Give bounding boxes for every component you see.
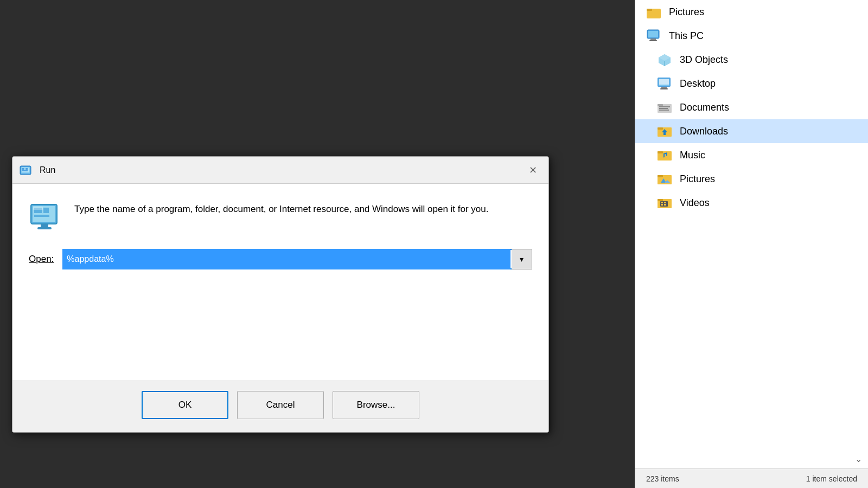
explorer-item-3d-objects-label: 3D Objects xyxy=(680,54,728,66)
ok-button[interactable]: OK xyxy=(142,391,228,419)
dialog-close-button[interactable]: ✕ xyxy=(524,161,542,179)
explorer-item-pictures[interactable]: Pictures xyxy=(635,167,868,191)
svg-rect-48 xyxy=(37,227,52,229)
folder-videos-icon xyxy=(657,195,672,210)
svg-rect-40 xyxy=(25,168,28,170)
open-input-field[interactable] xyxy=(62,249,532,269)
folder-music-icon xyxy=(657,147,672,163)
svg-rect-17 xyxy=(659,108,668,109)
explorer-item-pictures-top-label: Pictures xyxy=(669,7,704,18)
svg-rect-39 xyxy=(22,168,24,170)
open-input-wrapper: ▾ %appdata% xyxy=(62,249,532,269)
scroll-down-indicator[interactable]: ⌄ xyxy=(853,453,864,464)
svg-rect-3 xyxy=(648,31,658,37)
explorer-item-downloads-label: Downloads xyxy=(680,126,728,137)
open-label: Open: xyxy=(29,254,54,265)
svg-rect-13 xyxy=(659,79,669,85)
browse-button[interactable]: Browse... xyxy=(333,391,419,419)
svg-rect-1 xyxy=(647,9,652,11)
svg-rect-49 xyxy=(33,207,43,210)
selected-count: 1 item selected xyxy=(806,474,857,483)
dialog-title-text: Run xyxy=(40,165,524,175)
cancel-button[interactable]: Cancel xyxy=(237,391,324,419)
run-icon-large xyxy=(29,200,61,233)
svg-rect-15 xyxy=(658,104,663,106)
svg-rect-25 xyxy=(658,175,663,177)
svg-point-28 xyxy=(667,177,669,179)
svg-rect-46 xyxy=(34,215,49,217)
folder-pictures-icon xyxy=(657,171,672,187)
svg-rect-20 xyxy=(658,127,663,130)
explorer-item-documents-label: Documents xyxy=(680,102,729,113)
explorer-item-downloads[interactable]: Downloads xyxy=(635,119,868,143)
item-count: 223 items xyxy=(646,474,679,483)
file-explorer-content: Pictures This PC xyxy=(635,0,868,468)
svg-rect-34 xyxy=(661,204,663,206)
svg-rect-12 xyxy=(660,88,668,89)
explorer-item-desktop-label: Desktop xyxy=(680,78,716,89)
explorer-item-videos-label: Videos xyxy=(680,197,710,209)
this-pc-icon xyxy=(646,28,661,43)
svg-rect-11 xyxy=(661,87,667,88)
explorer-item-music-label: Music xyxy=(680,150,705,161)
dialog-titlebar: Run ✕ xyxy=(12,157,548,184)
svg-rect-45 xyxy=(43,208,49,213)
explorer-item-this-pc-label: This PC xyxy=(669,30,704,42)
svg-rect-16 xyxy=(659,106,670,107)
explorer-item-pictures-label: Pictures xyxy=(680,174,715,185)
run-dialog: Run ✕ xyxy=(12,156,549,433)
explorer-item-this-pc[interactable]: This PC xyxy=(635,24,868,48)
folder-documents-icon xyxy=(657,100,672,115)
svg-rect-5 xyxy=(649,40,657,41)
svg-rect-18 xyxy=(659,110,669,111)
file-explorer-panel: Pictures This PC xyxy=(635,0,868,488)
folder-downloads-icon xyxy=(657,124,672,139)
dialog-body: Type the name of a program, folder, docu… xyxy=(12,184,548,380)
svg-rect-4 xyxy=(650,38,656,40)
dialog-description-row: Type the name of a program, folder, docu… xyxy=(29,200,532,233)
svg-rect-30 xyxy=(658,199,663,201)
explorer-item-videos[interactable]: Videos xyxy=(635,191,868,215)
svg-rect-47 xyxy=(41,224,48,227)
explorer-item-pictures-top[interactable]: Pictures xyxy=(635,0,868,24)
folder-desktop-icon xyxy=(657,76,672,91)
svg-rect-41 xyxy=(22,170,28,171)
open-row: Open: ▾ %appdata% xyxy=(29,249,532,269)
dialog-description-text: Type the name of a program, folder, docu… xyxy=(74,200,489,216)
folder-pictures-top-icon xyxy=(646,4,661,20)
explorer-item-music[interactable]: Music xyxy=(635,143,868,167)
dialog-footer: OK Cancel Browse... xyxy=(12,380,548,432)
run-dialog-icon xyxy=(19,163,34,178)
explorer-item-desktop[interactable]: Desktop xyxy=(635,72,868,95)
svg-rect-35 xyxy=(664,204,666,206)
explorer-status-bar: 223 items 1 item selected xyxy=(635,468,868,488)
svg-rect-32 xyxy=(661,202,663,203)
folder-3d-icon xyxy=(657,52,672,67)
explorer-item-3d-objects[interactable]: 3D Objects xyxy=(635,48,868,72)
open-dropdown-button[interactable]: ▾ xyxy=(512,249,532,269)
svg-rect-33 xyxy=(664,202,666,203)
explorer-item-documents[interactable]: Documents xyxy=(635,95,868,119)
svg-rect-23 xyxy=(658,151,663,153)
